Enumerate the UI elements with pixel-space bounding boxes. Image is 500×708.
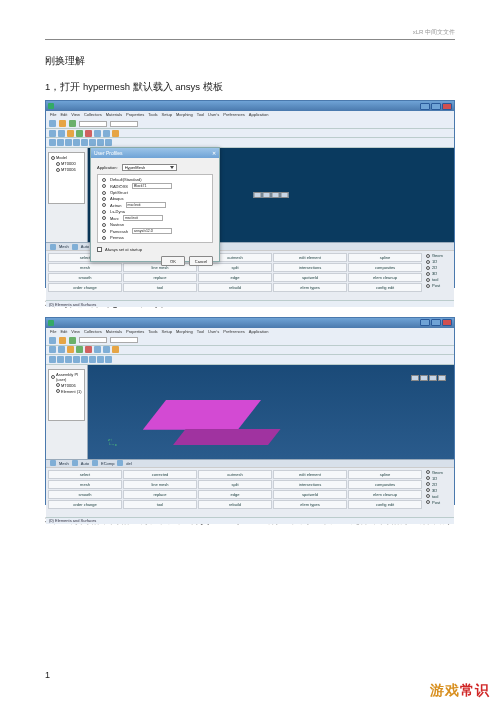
cmd-cell[interactable]: composites <box>348 480 422 489</box>
tb-icon[interactable] <box>69 337 76 344</box>
tb-icon[interactable] <box>89 139 96 146</box>
cmd-label[interactable]: EComp <box>101 461 114 466</box>
cmd-cell[interactable]: config edit <box>348 283 422 292</box>
cmd-cell[interactable]: select <box>48 470 122 479</box>
menu-item[interactable]: View <box>71 112 80 118</box>
tb-icon[interactable] <box>58 130 65 137</box>
tb-icon[interactable] <box>103 346 110 353</box>
cmd-icon[interactable] <box>92 460 98 466</box>
tb-icon[interactable] <box>49 130 56 137</box>
cmd-label[interactable]: Mesh <box>59 244 69 249</box>
radio-option[interactable]: Marc <box>110 216 119 221</box>
cmd-cell[interactable]: replace <box>123 490 197 499</box>
application-select[interactable]: HyperMesh <box>122 164 177 171</box>
tb-icon[interactable] <box>49 139 56 146</box>
menu-item[interactable]: Edit <box>60 329 67 335</box>
cmd-cell[interactable]: autmesh <box>198 470 272 479</box>
menu-item[interactable]: Collectors <box>84 112 102 118</box>
menu-item[interactable]: User's <box>208 329 219 335</box>
tb-icon[interactable] <box>49 120 56 127</box>
close-icon[interactable]: ✕ <box>212 150 216 156</box>
menu-item[interactable]: Collectors <box>84 329 102 335</box>
tb-icon[interactable] <box>105 139 112 146</box>
tb-icon[interactable] <box>57 139 64 146</box>
menu-item[interactable]: Tools <box>148 329 157 335</box>
menu-item[interactable]: Properties <box>126 329 144 335</box>
cmd-label[interactable]: Mesh <box>59 461 69 466</box>
tb-icon[interactable] <box>65 139 72 146</box>
menu-item[interactable]: View <box>71 329 80 335</box>
cmd-cell[interactable]: composites <box>348 263 422 272</box>
cmd-cell[interactable]: spline <box>348 470 422 479</box>
close-button[interactable] <box>442 319 452 326</box>
cmd-cell[interactable]: elem cleanup <box>348 490 422 499</box>
menu-item[interactable]: Application <box>249 112 269 118</box>
cmd-cell[interactable]: order change <box>48 283 122 292</box>
cmd-cell[interactable]: smooth <box>48 273 122 282</box>
tb-input[interactable] <box>79 121 107 127</box>
ok-button[interactable]: OK <box>161 256 185 266</box>
tb-input[interactable] <box>79 337 107 343</box>
tb-icon[interactable] <box>97 356 104 363</box>
cmd-label[interactable]: del <box>126 461 131 466</box>
radio-3d[interactable]: 3D <box>432 488 437 493</box>
menu-item[interactable]: Setup <box>162 112 172 118</box>
tb-icon[interactable] <box>89 356 96 363</box>
menu-item[interactable]: Preferences <box>223 112 245 118</box>
tb-icon[interactable] <box>94 346 101 353</box>
tb-icon[interactable] <box>73 356 80 363</box>
cmd-cell[interactable]: tool <box>123 500 197 509</box>
tb-icon[interactable] <box>112 130 119 137</box>
radio-geom[interactable]: Geom <box>432 470 443 475</box>
tb-icon[interactable] <box>69 120 76 127</box>
cmd-cell[interactable]: rebuild <box>198 283 272 292</box>
cmd-cell[interactable]: spotweld <box>273 273 347 282</box>
cmd-cell[interactable]: edit element <box>273 253 347 262</box>
radio-tool[interactable]: tool <box>432 277 438 282</box>
tb-input[interactable] <box>110 337 138 343</box>
tb-icon[interactable] <box>94 130 101 137</box>
radio-option[interactable]: RADIOSS <box>110 184 128 189</box>
cmd-cell[interactable]: edge <box>198 273 272 282</box>
tb-icon[interactable] <box>59 120 66 127</box>
menu-item[interactable]: Materials <box>106 112 122 118</box>
cmd-icon[interactable] <box>50 460 56 466</box>
tb-icon[interactable] <box>103 130 110 137</box>
cmd-cell[interactable]: order change <box>48 500 122 509</box>
radio-tool[interactable]: tool <box>432 494 438 499</box>
cmd-cell[interactable]: line mesh <box>123 480 197 489</box>
menu-item[interactable]: Setup <box>162 329 172 335</box>
tb-icon[interactable] <box>81 356 88 363</box>
menu-item[interactable]: Tool <box>197 112 204 118</box>
cmd-icon[interactable] <box>50 244 56 250</box>
tb-icon[interactable] <box>58 346 65 353</box>
cmd-cell[interactable]: edge <box>198 490 272 499</box>
cmd-cell[interactable]: smooth <box>48 490 122 499</box>
menu-item[interactable]: Application <box>249 329 269 335</box>
cmd-cell[interactable]: elem types <box>273 500 347 509</box>
radio-option[interactable]: Default(Standard) <box>110 177 142 182</box>
radio-option[interactable]: Nastran <box>110 222 124 227</box>
tb-icon[interactable] <box>49 337 56 344</box>
radio-2d[interactable]: 2D <box>432 482 437 487</box>
cmd-label[interactable]: Auto <box>81 244 89 249</box>
menu-item[interactable]: Edit <box>60 112 67 118</box>
menu-item[interactable]: File <box>50 112 56 118</box>
tb-icon[interactable] <box>49 346 56 353</box>
radio-1d[interactable]: 1D <box>432 476 437 481</box>
maximize-button[interactable] <box>431 103 441 110</box>
cmd-label[interactable]: Auto <box>81 461 89 466</box>
tb-icon[interactable] <box>57 356 64 363</box>
menu-item[interactable]: Morphing <box>176 329 193 335</box>
menu-item[interactable]: User's <box>208 112 219 118</box>
tb-icon[interactable] <box>85 130 92 137</box>
tb-icon[interactable] <box>67 130 74 137</box>
tb-icon[interactable] <box>105 356 112 363</box>
tb-icon[interactable] <box>97 139 104 146</box>
cmd-cell[interactable]: spotweld <box>273 490 347 499</box>
tb-icon[interactable] <box>76 346 83 353</box>
radio-option[interactable]: Permas <box>110 235 124 240</box>
cmd-cell[interactable]: intersections <box>273 480 347 489</box>
cmd-icon[interactable] <box>72 244 78 250</box>
cmd-cell[interactable]: rebuild <box>198 500 272 509</box>
